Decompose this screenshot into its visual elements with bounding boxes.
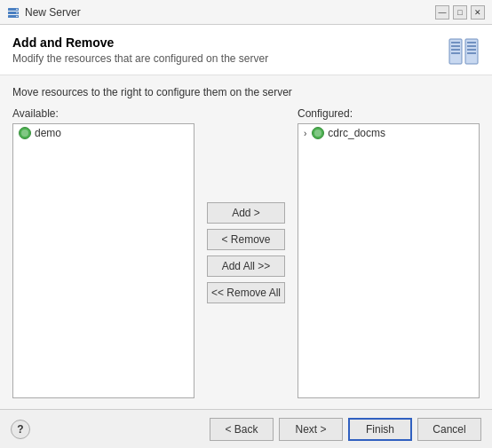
next-button[interactable]: Next > (279, 418, 343, 441)
server-icon (7, 6, 20, 19)
titlebar: New Server — □ ✕ (0, 0, 492, 25)
available-label: Available: (12, 107, 194, 120)
svg-rect-14 (467, 49, 476, 51)
page-icon (448, 35, 480, 67)
finish-button[interactable]: Finish (348, 418, 412, 441)
add-button[interactable]: Add > (207, 202, 285, 224)
header-subtitle: Modify the resources that are configured… (12, 52, 439, 65)
titlebar-left: New Server (7, 6, 81, 19)
remove-all-button[interactable]: << Remove All (207, 282, 285, 303)
add-all-button[interactable]: Add All >> (207, 255, 285, 277)
header-section: Add and Remove Modify the resources that… (0, 25, 492, 75)
dialog-body: Add and Remove Modify the resources that… (0, 25, 492, 409)
svg-rect-7 (451, 42, 460, 43)
header-title: Add and Remove (12, 35, 439, 50)
item-text: demo (35, 127, 61, 139)
available-listbox[interactable]: demo (12, 123, 194, 398)
list-item[interactable]: › cdrc_docms (298, 124, 479, 142)
back-button[interactable]: < Back (210, 418, 274, 441)
cancel-button[interactable]: Cancel (417, 418, 481, 441)
svg-rect-13 (467, 45, 476, 47)
svg-point-5 (16, 15, 18, 17)
svg-point-4 (16, 12, 18, 13)
svg-point-3 (16, 8, 18, 10)
content-section: Move resources to the right to configure… (0, 75, 492, 409)
maximize-button[interactable]: □ (453, 5, 467, 20)
configured-listbox[interactable]: › cdrc_docms (298, 123, 480, 398)
close-button[interactable]: ✕ (471, 5, 485, 20)
chevron-icon: › (304, 129, 306, 138)
svg-rect-15 (467, 52, 476, 54)
header-text: Add and Remove Modify the resources that… (12, 35, 439, 65)
titlebar-title: New Server (25, 6, 81, 19)
remove-button[interactable]: < Remove (207, 229, 285, 250)
help-button[interactable]: ? (11, 420, 30, 439)
resource-icon (19, 127, 31, 139)
list-item[interactable]: demo (13, 124, 194, 142)
add-remove-icon (448, 35, 480, 67)
footer-left: ? (11, 420, 30, 439)
svg-rect-9 (451, 49, 460, 51)
instruction-text: Move resources to the right to configure… (12, 86, 480, 98)
panels-row: Available: demo Add > < Remove Add All >… (12, 107, 480, 398)
configured-label: Configured: (298, 107, 480, 120)
footer: ? < Back Next > Finish Cancel (0, 409, 492, 448)
resource-icon (312, 127, 324, 139)
footer-right: < Back Next > Finish Cancel (210, 418, 481, 441)
minimize-button[interactable]: — (435, 5, 449, 20)
available-panel: Available: demo (12, 107, 194, 398)
item-text: cdrc_docms (328, 127, 385, 139)
svg-rect-8 (451, 45, 460, 47)
configured-panel: Configured: › cdrc_docms (298, 107, 480, 398)
svg-rect-10 (451, 52, 460, 54)
action-buttons: Add > < Remove Add All >> << Remove All (194, 107, 298, 398)
titlebar-controls: — □ ✕ (435, 5, 485, 20)
svg-rect-12 (467, 42, 476, 43)
